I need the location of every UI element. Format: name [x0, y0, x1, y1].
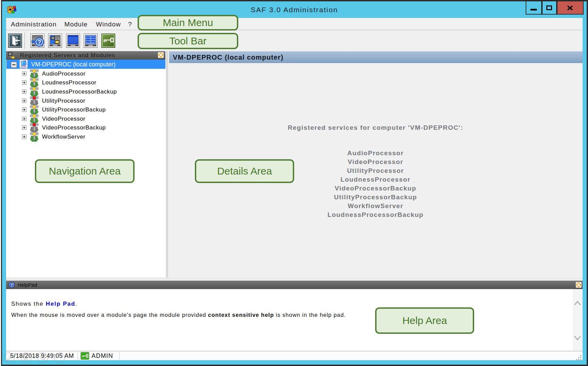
svg-text:?: ? — [11, 283, 13, 287]
svg-text:?: ? — [38, 39, 41, 46]
